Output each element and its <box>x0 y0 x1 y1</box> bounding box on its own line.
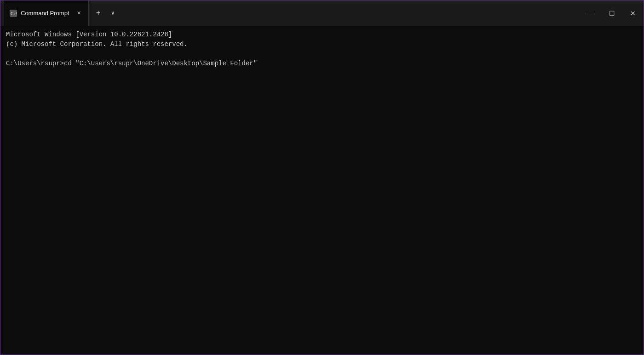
terminal-icon: C:\ <box>10 10 17 17</box>
terminal-line-4: C:\Users\rsupr>cd "C:\Users\rsupr\OneDri… <box>6 59 638 69</box>
terminal-line-3 <box>6 49 638 59</box>
terminal-body[interactable]: Microsoft Windows [Version 10.0.22621.24… <box>0 26 644 355</box>
close-button[interactable]: ✕ <box>622 0 644 26</box>
terminal-line-2: (c) Microsoft Corporation. All rights re… <box>6 40 638 49</box>
minimize-button[interactable]: — <box>580 0 601 26</box>
new-tab-button[interactable]: + <box>91 6 105 21</box>
tab-area: C:\ Command Prompt ✕ + ∨ <box>4 0 580 26</box>
maximize-button[interactable]: ☐ <box>601 0 622 26</box>
dropdown-button[interactable]: ∨ <box>106 7 119 20</box>
terminal-window: C:\ Command Prompt ✕ + ∨ — ☐ ✕ Microsoft… <box>0 0 644 355</box>
tab-command-prompt[interactable]: C:\ Command Prompt ✕ <box>4 0 89 26</box>
tab-close-button[interactable]: ✕ <box>75 9 83 17</box>
titlebar-controls: — ☐ ✕ <box>580 0 644 26</box>
tab-label: Command Prompt <box>21 10 69 17</box>
titlebar: C:\ Command Prompt ✕ + ∨ — ☐ ✕ <box>0 0 644 26</box>
svg-text:C:\: C:\ <box>11 11 17 16</box>
terminal-line-1: Microsoft Windows [Version 10.0.22621.24… <box>6 30 638 40</box>
